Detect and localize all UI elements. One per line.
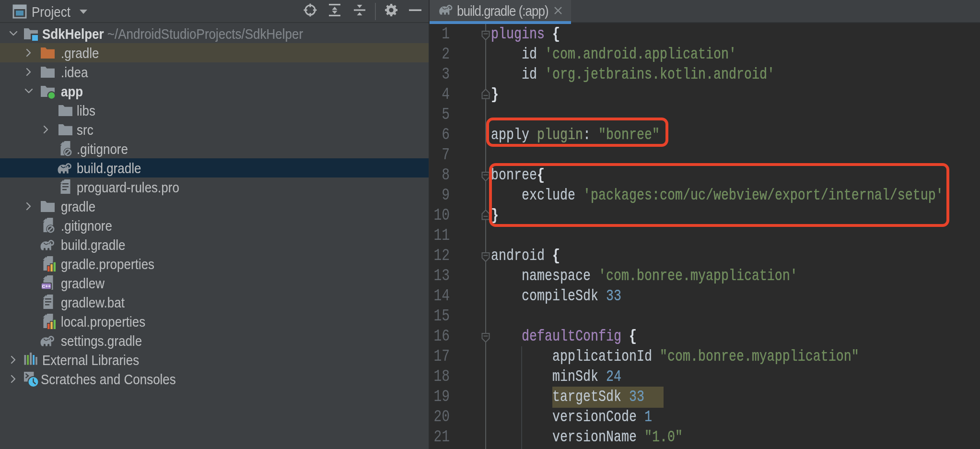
- svg-text:C++: C++: [42, 284, 51, 289]
